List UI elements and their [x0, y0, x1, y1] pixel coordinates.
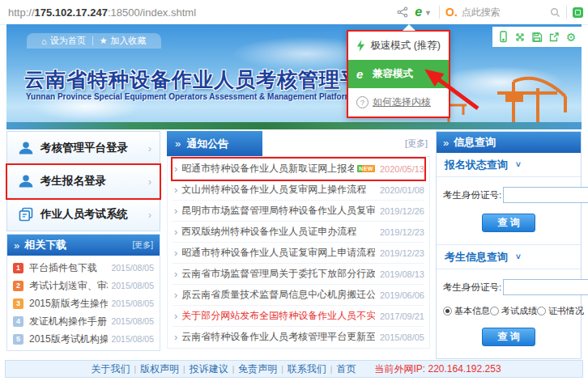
sidebar-item-candidate-login[interactable]: 考生报名登录 ›: [7, 165, 160, 198]
footer-link[interactable]: 关于我们: [91, 362, 130, 376]
candidate-info-form: 考生身份证号: 基本信息 考试成绩 证书情况 查 询: [437, 269, 581, 358]
set-homepage-link[interactable]: ⌂设为首页: [35, 35, 92, 47]
download-title: 2015版考试机构操...: [29, 332, 108, 346]
menu-item-kernel-help[interactable]: ? 如何选择内核: [348, 88, 449, 116]
section-title: 考生信息查询: [445, 250, 508, 265]
fullscreen-icon[interactable]: [513, 31, 526, 44]
notice-panel: » 通知公告 [更多] › 昭通市特种设备作业人员新取证网上报名流程 NEW 2…: [167, 131, 430, 349]
query-button[interactable]: 查 询: [482, 214, 535, 232]
url-text[interactable]: http://175.102.17.247:18500/index.shtml: [8, 6, 196, 19]
person-icon: [18, 140, 40, 156]
notice-date: 2017/09/21: [380, 311, 424, 321]
new-badge: NEW: [357, 165, 375, 172]
search-engine-logo: O.: [445, 6, 458, 19]
notice-title: 昭通市特种设备作业人员证复审网上申请流程及相...: [181, 246, 375, 260]
download-list-item[interactable]: 5 2015版考试机构操... 2015/08/05: [7, 330, 160, 348]
sidebar-item-exam-system[interactable]: 作业人员考试系统 ›: [7, 198, 160, 231]
download-date: 2015/08/05: [111, 263, 154, 273]
page-tools-bar: ⚙: [492, 27, 582, 47]
notice-list-item[interactable]: › 云南省市场监督管理局关于委托下放部分行政许可... NEW 2019/08/…: [173, 264, 424, 285]
download-list-item[interactable]: 3 2015新版考生操作... 2015/08/05: [7, 294, 160, 312]
radio-certificate[interactable]: 证书情况: [537, 305, 584, 317]
login-label: 考核管理平台登录: [40, 141, 148, 155]
id-number-input-2[interactable]: [503, 279, 588, 295]
kernel-switch-button[interactable]: e ▼: [415, 6, 432, 19]
notice-list-item[interactable]: › 昭通市特种设备作业人员新取证网上报名流程 NEW 2020/05/13: [173, 159, 424, 180]
rank-badge: 5: [13, 334, 23, 345]
radio-icon: [537, 307, 546, 315]
menu-item-label: 兼容模式: [373, 67, 413, 81]
menu-item-compat-mode[interactable]: e 兼容模式: [348, 60, 449, 88]
radio-basic-info[interactable]: 基本信息: [443, 305, 490, 317]
divider: [566, 6, 567, 19]
notice-tab-label: 通知公告: [186, 137, 228, 151]
download-title: 平台插件包下载: [29, 261, 108, 275]
bullet-chevron-icon: ›: [174, 226, 177, 238]
quick-search-box[interactable]: O. 点此搜索: [445, 6, 560, 19]
add-favorite-link[interactable]: ★加入收藏: [93, 35, 153, 47]
radio-exam-score[interactable]: 考试成绩: [490, 305, 537, 317]
kernel-mode-menu: 极速模式 (推荐) e 兼容模式 ? 如何选择内核: [347, 30, 450, 118]
bullet-chevron-icon: ›: [174, 184, 177, 196]
notices-more-link[interactable]: [更多]: [405, 138, 430, 150]
tab-notices[interactable]: » 通知公告: [167, 131, 262, 156]
chevron-down-icon: ˅: [516, 160, 521, 169]
section-candidate-info[interactable]: 考生信息查询 ˅: [437, 244, 581, 269]
notice-title: 云南省特种设备作业人员考核管理平台更新至20...: [181, 330, 375, 344]
login-panel: 考核管理平台登录 › 考生报名登录 › 作业人员考试系统 ›: [6, 131, 160, 231]
info-query-title: 信息查询: [454, 135, 496, 150]
notice-list-item[interactable]: › 云南省特种设备作业人员考核管理平台更新至20... NEW 2015/08/…: [173, 327, 424, 347]
radio-label: 证书情况: [548, 305, 584, 317]
download-list-item[interactable]: 4 发证机构操作手册 2015/08/05: [7, 312, 160, 330]
notice-list-item[interactable]: › 昆明市市场监督管理局特种设备作业人员复审流程... NEW 2019/12/…: [173, 201, 424, 222]
download-date: 2015/08/05: [111, 281, 154, 290]
footer-link-item: 投诉建议|: [185, 362, 235, 376]
right-column: » 信息查询 报名状态查询 ˅ 考生身份证号: 查 询 考生信息查询 ˅: [436, 131, 582, 359]
chevron-down-icon: ˅: [516, 252, 521, 261]
download-date: 2015/08/05: [111, 334, 154, 344]
downloads-more-link[interactable]: [更多]: [132, 239, 153, 251]
notice-header: » 通知公告 [更多]: [167, 131, 430, 157]
download-list-item[interactable]: 1 平台插件包下载 2015/08/05: [7, 259, 160, 277]
magnifier-icon[interactable]: [550, 7, 560, 18]
notice-list-item[interactable]: › 关于部分网站发布全国特种设备作业人员不实信息... NEW 2017/09/…: [173, 306, 424, 327]
footer-link[interactable]: 版权声明: [140, 362, 179, 376]
notice-title: 原云南省质量技术监督局信息中心机房搬迁公告: [181, 288, 375, 302]
mobile-view-icon[interactable]: [496, 31, 509, 44]
sidebar-item-admin-login[interactable]: 考核管理平台登录 ›: [7, 132, 160, 165]
rank-badge: 1: [13, 263, 23, 273]
notice-date: 2020/01/08: [380, 185, 424, 195]
notice-date: 2019/12/23: [380, 248, 424, 258]
dropdown-caret: [403, 24, 415, 31]
downloads-list: 1 平台插件包下载 2015/08/05 2 考试计划送审、审核 ... 201…: [7, 256, 160, 350]
notice-title: 关于部分网站发布全国特种设备作业人员不实信息...: [181, 309, 375, 323]
notice-list-item[interactable]: › 文山州特种设备作业人员复审网上操作流程 NEW 2020/01/08: [173, 180, 424, 201]
notice-list-item[interactable]: › 原云南省质量技术监督局信息中心机房搬迁公告 NEW 2019/06/06: [173, 285, 424, 306]
menu-item-speed-mode[interactable]: 极速模式 (推荐): [348, 32, 449, 60]
query-button-2[interactable]: 查 询: [482, 328, 535, 346]
url-host: 175.102.17.247: [35, 6, 108, 19]
footer-link[interactable]: 免责声明: [238, 362, 277, 376]
footer-link[interactable]: 投诉建议: [190, 362, 228, 376]
notice-list-item[interactable]: › 西双版纳州特种设备作业人员证申办流程 NEW 2019/12/23: [173, 222, 424, 243]
download-list-item[interactable]: 2 考试计划送审、审核 ... 2015/08/05: [7, 277, 160, 294]
star-icon: ★: [100, 36, 108, 46]
footer-link[interactable]: 首页: [336, 362, 356, 376]
home-icon: ⌂: [41, 36, 47, 46]
save-page-icon[interactable]: [530, 31, 543, 44]
notice-list-item[interactable]: › 昭通市特种设备作业人员证复审网上申请流程及相... NEW 2019/12/…: [173, 243, 424, 264]
settings-gear-icon[interactable]: ⚙: [565, 31, 577, 44]
chevron-right-icon: ›: [148, 142, 151, 155]
share-icon[interactable]: [394, 4, 411, 20]
download-date: 2015/08/05: [111, 316, 154, 326]
browser-logo-icon[interactable]: [573, 7, 583, 18]
radio-label: 考试成绩: [501, 305, 537, 317]
footer-link[interactable]: 联系我们: [288, 362, 326, 376]
bullet-chevron-icon: ›: [174, 268, 177, 280]
section-enroll-status[interactable]: 报名状态查询 ˅: [437, 153, 581, 177]
add-favorite-label: 加入收藏: [111, 35, 147, 47]
lightning-icon: [356, 40, 370, 52]
share-page-icon[interactable]: [548, 31, 560, 44]
id-number-input[interactable]: [503, 187, 588, 203]
downloads-title: 相关下载: [24, 238, 66, 252]
